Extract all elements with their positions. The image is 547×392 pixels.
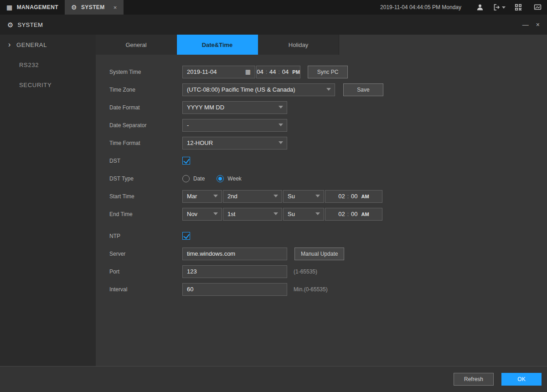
minute-value[interactable]: 44 [269,68,276,75]
logout-icon [493,4,501,11]
end-day-dropdown[interactable]: Su [283,208,324,221]
sidebar-item-label: GENERAL [16,41,47,48]
tab-bar: General Date&Time Holiday [96,35,547,55]
display-button[interactable] [528,0,547,15]
interval-input[interactable] [182,283,287,296]
time-zone-value: (UTC-08:00) Pacific Time (US & Canada) [187,86,295,93]
time-zone-dropdown[interactable]: (UTC-08:00) Pacific Time (US & Canada) [182,83,335,96]
system-time-field[interactable]: 04 : 44 : 04 PM [256,66,300,78]
dst-type-week-radio[interactable] [217,175,224,182]
logout-caret-icon [502,6,506,9]
chevron-down-icon [213,212,218,215]
sidebar-item-label: SECURITY [19,82,52,88]
ok-button[interactable]: OK [501,373,542,386]
time-separator: : [278,69,279,75]
form-row-end-time: End Time Nov 1st Su 02 : [109,205,547,223]
sidebar-item-general[interactable]: › GENERAL [0,35,96,55]
end-month-dropdown[interactable]: Nov [182,208,222,221]
footer-bar: Refresh OK [0,366,547,392]
end-week-value: 1st [227,211,235,217]
form-row-start-time: Start Time Mar 2nd Su 02 : [109,187,547,205]
tab-holiday[interactable]: Holiday [258,35,339,55]
server-input[interactable] [182,248,287,260]
chevron-right-icon: › [8,41,11,49]
chevron-down-icon [279,141,283,144]
ampm-value[interactable]: AM [361,194,369,199]
close-tab-icon[interactable]: × [114,4,117,11]
system-clock: 2019-11-04 04:44:05 PM Monday [371,4,470,10]
interval-range-hint: Min.(0-65535) [294,286,328,293]
minute-value[interactable]: 00 [351,211,357,217]
chevron-down-icon [279,124,283,126]
end-time-field[interactable]: 02 : 00 AM [325,208,382,221]
start-week-value: 2nd [227,193,237,200]
monitor-icon [534,4,542,11]
time-separator: : [266,69,267,75]
minimize-button[interactable]: — [522,21,529,28]
time-format-value: 12-HOUR [187,139,213,146]
calendar-icon[interactable]: ▦ [245,69,251,75]
topbar: ▦ MANAGEMENT ⚙ SYSTEM × 2019-11-04 04:44… [0,0,547,15]
second-value[interactable]: 04 [282,68,289,75]
field-label: Time Format [109,140,182,146]
user-button[interactable] [470,0,490,15]
hour-value[interactable]: 02 [338,193,345,200]
dst-type-date-radio[interactable] [182,175,190,182]
minute-value[interactable]: 00 [351,193,357,200]
user-icon [476,4,484,11]
refresh-button[interactable]: Refresh [454,373,494,386]
chevron-down-icon [274,212,278,215]
date-separator-dropdown[interactable]: - [182,119,287,132]
end-week-dropdown[interactable]: 1st [223,208,282,221]
topbar-tab-management[interactable]: ▦ MANAGEMENT [0,0,65,15]
system-date-field[interactable]: 2019-11-04 ▦ [182,66,255,78]
close-button[interactable]: × [536,21,540,28]
window-controls: — × [522,21,540,28]
ampm-value[interactable]: PM [292,69,300,75]
form-row-time-zone: Time Zone (UTC-08:00) Pacific Time (US &… [109,81,547,98]
form-row-port: Port (1-65535) [109,263,547,280]
tab-general[interactable]: General [96,35,177,55]
tab-date-time[interactable]: Date&Time [177,35,258,55]
start-month-dropdown[interactable]: Mar [182,190,222,203]
form-row-ntp: NTP [109,227,547,245]
ntp-checkbox[interactable] [182,232,190,240]
sync-pc-button[interactable]: Sync PC [308,66,348,78]
topbar-right: 2019-11-04 04:44:05 PM Monday [371,0,547,15]
gear-icon: ⚙ [7,21,13,28]
system-tab-label: SYSTEM [81,4,105,10]
field-label: System Time [109,69,182,75]
hour-value[interactable]: 04 [257,68,263,75]
chevron-down-icon [326,88,331,91]
field-label: Start Time [109,193,182,200]
chevron-down-icon [213,195,218,197]
start-week-dropdown[interactable]: 2nd [223,190,282,203]
page-title: SYSTEM [17,21,43,28]
form-row-server: Server Manual Update [109,245,547,263]
topbar-tab-system[interactable]: ⚙ SYSTEM × [65,0,124,15]
form-row-dst: DST [109,152,547,170]
port-input[interactable] [182,265,287,278]
date-time-form: System Time 2019-11-04 ▦ 04 : 44 : 04 PM… [96,55,547,298]
ampm-value[interactable]: AM [361,211,369,217]
dst-type-radio-group: Date Week [182,175,242,182]
field-label: DST Type [109,175,182,182]
save-button[interactable]: Save [343,83,383,96]
hour-value[interactable]: 02 [338,211,345,217]
dst-checkbox[interactable] [182,157,190,165]
form-row-date-separator: Date Separator - [109,116,547,134]
form-row-dst-type: DST Type Date Week [109,170,547,187]
date-format-dropdown[interactable]: YYYY MM DD [182,101,287,114]
logout-button[interactable] [490,0,509,15]
radio-label: Week [227,175,241,182]
start-time-field[interactable]: 02 : 00 AM [325,190,382,203]
sidebar-item-security[interactable]: SECURITY [0,75,96,95]
field-label: Port [109,268,182,275]
start-day-dropdown[interactable]: Su [283,190,324,203]
time-format-dropdown[interactable]: 12-HOUR [182,137,287,150]
form-row-time-format: Time Format 12-HOUR [109,134,547,152]
sidebar-item-rs232[interactable]: RS232 [0,55,96,75]
qr-code-button[interactable] [509,0,528,15]
manual-update-button[interactable]: Manual Update [294,248,344,260]
field-label: Server [109,251,182,257]
